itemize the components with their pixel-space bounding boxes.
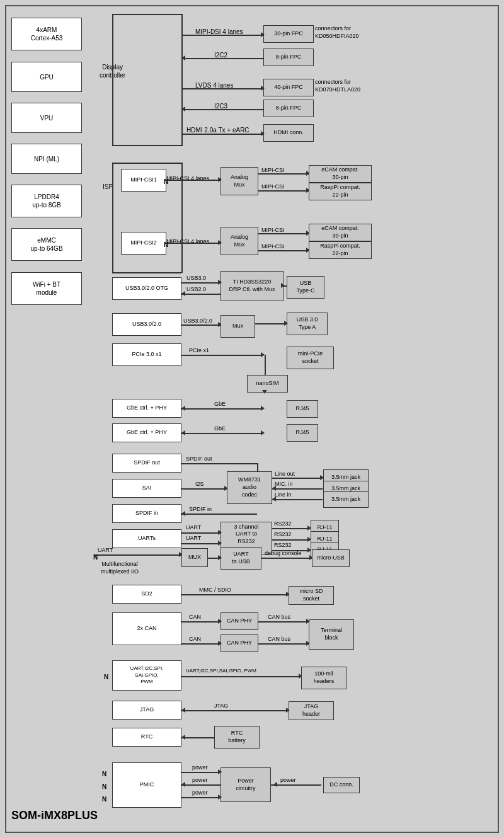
n-label-3: N [102, 795, 106, 803]
uart-to-usb-box: UARTto USB [220, 547, 261, 570]
spdif-out-box: SPDIF out [112, 454, 181, 473]
fpc8-2-box: 8-pin FPC [263, 100, 314, 117]
pcie-line [181, 355, 263, 356]
usb30-label: USB3.0 [186, 275, 206, 282]
analog-mux1-box: AnalogMux [220, 167, 258, 195]
can-phy1-box: CAN PHY [220, 612, 258, 630]
i2c2-label: I2C2 [214, 51, 227, 59]
usb20-label: USB2.0 [186, 286, 206, 294]
gpio-line [181, 676, 301, 677]
pmic-box: PMIC [112, 762, 181, 808]
rs232-3-label: RS232 [274, 542, 292, 549]
debug-line [261, 558, 312, 559]
gbe2-arrow-right [261, 430, 265, 435]
rs232-2-line [272, 539, 310, 541]
rs232-2-label: RS232 [274, 531, 292, 539]
spdif-in-line [181, 514, 257, 515]
can1-label: CAN [189, 614, 201, 621]
isp-label: ISP [103, 183, 113, 191]
power3-line [181, 797, 220, 798]
power-dc-line [271, 784, 321, 786]
rtc-battery-box: RTCbattery [214, 726, 260, 749]
hdmi-conn-box: HDMI conn. [263, 124, 314, 142]
jtag-header-box: JTAGheader [289, 701, 334, 720]
mipi-dsi-label: MIPI-DSI 4 lanes [195, 28, 243, 36]
rs232-1-label: RS232 [274, 520, 292, 528]
n-label-uart: N [93, 553, 98, 561]
raspi22-2-box: RaspPi compat.22-pin [309, 241, 372, 259]
power2-line [181, 784, 220, 786]
mipi-csi2-box: MIPI-CSI2 [121, 232, 166, 255]
gpu-box: GPU [11, 62, 82, 92]
wifi-box: WiFi + BTmodule [11, 272, 82, 305]
n-label-2: N [102, 783, 106, 791]
mmc-line [181, 594, 289, 595]
microusb-box: micro-USB [312, 549, 350, 567]
can2-label: CAN [189, 636, 201, 643]
rs232-1-line [272, 528, 310, 529]
i2c3-arrow [181, 106, 185, 112]
jtag-line [181, 710, 289, 711]
dc-right-vline [181, 14, 183, 146]
can2-arrow [218, 641, 222, 646]
usb30-arrow [218, 280, 222, 285]
usb-otg-box: USB3.0/2.0 OTG [112, 277, 181, 300]
vpu-box: VPU [11, 103, 82, 133]
dc-bot-hline [112, 145, 181, 146]
can1-line [181, 621, 220, 623]
n-label-csi2: N [164, 241, 168, 249]
ti-usbc-arrow [281, 283, 285, 288]
csi2-amux2-arrow [218, 240, 222, 245]
spdif-in-box: SPDIF in [112, 504, 181, 523]
uart2-arrow [218, 541, 222, 546]
power2-arrow [181, 782, 185, 787]
csi1-bot-mipi-label: MIPI-CSI [261, 183, 285, 191]
csi2-top-mipi-label: MIPI-CSI [261, 227, 285, 234]
power-dc-arrow [273, 782, 277, 787]
npi-box: NPI (ML) [11, 144, 82, 174]
dc-conn-box: DC conn. [323, 777, 360, 793]
gbe1-label: GbE [214, 401, 226, 408]
spdif-in-label: SPDIF in [189, 506, 212, 514]
rj45-2-box: RJ45 [287, 424, 318, 442]
mipi-dsi-arrow [261, 32, 265, 37]
canbus2-line [258, 643, 309, 645]
sd2-box: SD2 [112, 585, 181, 604]
terminal-block-box: Terminalblock [309, 619, 354, 650]
uart2-line [181, 543, 220, 544]
wm8731-box: WM8731audiocodec [227, 471, 272, 504]
analog-mux2-box: AnalogMux [220, 227, 258, 255]
canbus2-label: CAN bus [268, 636, 290, 643]
n-label-1: N [102, 770, 106, 778]
power2-label: power [192, 777, 208, 784]
uarts-box: UARTs [112, 529, 181, 548]
usb302-label: USB3.0/2.0 [183, 318, 212, 325]
power1-line [181, 772, 220, 773]
gpio-box: UART,I2C,SPI,SAI,GPIO,PWM [112, 660, 181, 691]
i2c3-label: I2C3 [214, 102, 227, 110]
usb20-arrow-left [181, 291, 185, 296]
fpc40-box: 40-pin FPC [263, 79, 314, 96]
nanosim-box: nanoSIM [247, 375, 288, 393]
spdif-out-line [181, 463, 257, 464]
gbe2-label: GbE [214, 425, 226, 433]
dc-left-vline [112, 14, 113, 146]
kd050-label: connectors forKD050HDFIA020 [315, 25, 359, 40]
rj45-1-box: RJ45 [287, 400, 318, 418]
power1-arrow [218, 769, 222, 774]
canbus1-arrow [306, 619, 310, 624]
i2s-line [181, 488, 227, 490]
rtc-arrow [181, 735, 185, 740]
gbe1-arrow-left [181, 406, 185, 411]
gbe2-arrow-left [181, 430, 185, 435]
uart-mux-label: UART [98, 547, 113, 554]
arm-box: 4xARMCortex-A53 [11, 18, 82, 50]
micin-label: MIC. in [275, 481, 293, 488]
fpc8-1-box: 8-pin FPC [263, 49, 314, 66]
raspi22-1-box: RaspPi compat.22-pin [309, 183, 372, 200]
hdmi-label: HDMI 2.0a Tx + eARC [186, 126, 249, 134]
pcie-label: PCIe x1 [189, 347, 209, 355]
mipi-csi2-4lanes-label: MIPI-CSI 4 lanes [166, 238, 209, 246]
uart2-label: UART [186, 535, 201, 542]
mux-uart-usb-arrow [218, 555, 222, 560]
